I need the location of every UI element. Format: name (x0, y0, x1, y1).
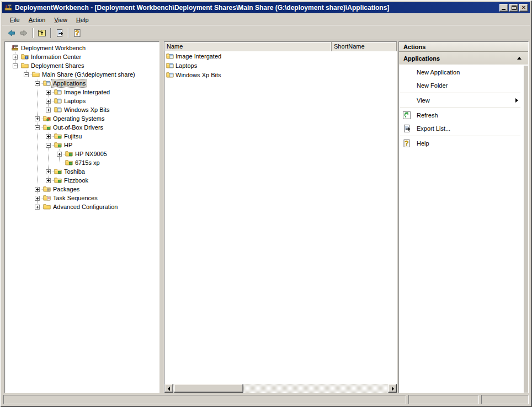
collapse-minus-icon[interactable] (35, 81, 40, 86)
collapse-up-icon[interactable] (517, 57, 522, 60)
tree-item-label[interactable]: Operating Systems (52, 115, 106, 122)
toolbar-up-one-level-button[interactable] (35, 27, 49, 39)
tree-item-fizzbook[interactable]: Fizzbook (5, 176, 159, 185)
tree-connector-line (37, 176, 38, 185)
tree-item-label[interactable]: Toshiba (63, 168, 86, 175)
tree-item-applications[interactable]: Applications (5, 79, 159, 88)
expand-plus-icon[interactable] (35, 187, 40, 192)
collapse-minus-icon[interactable] (24, 72, 29, 77)
tree-item-windows-xp-bits[interactable]: Windows Xp Bits (5, 105, 159, 114)
tree-item-fujitsu[interactable]: Fujitsu (5, 132, 159, 141)
tree-item-label[interactable]: Fujitsu (63, 132, 83, 140)
toolbar-back-button[interactable] (4, 27, 18, 39)
expand-plus-icon[interactable] (46, 90, 51, 95)
column-header-name[interactable]: Name (164, 42, 332, 51)
tree-item-hp-nx9005[interactable]: HP NX9005 (5, 149, 159, 158)
expand-plus-icon[interactable] (57, 152, 62, 157)
tree-item-packages[interactable]: Packages (5, 185, 159, 194)
list-item-laptops[interactable]: Laptops (164, 61, 397, 70)
tree-item-label[interactable]: Image Intergated (63, 88, 111, 96)
tree-item-label[interactable]: Applications (52, 79, 87, 87)
title-bar[interactable]: DeploymentWorkbench - [Deployment Workbe… (2, 2, 530, 13)
tree-item-label[interactable]: Task Sequences (52, 194, 99, 202)
scroll-left-button[interactable] (164, 384, 173, 393)
collapse-minus-icon[interactable] (35, 125, 40, 130)
list-item-windows-xp-bits[interactable]: Windows Xp Bits (164, 70, 397, 79)
action-refresh[interactable]: Refresh (399, 109, 524, 122)
result-list-pane: Name ShortName Image IntergatedLaptopsWi… (164, 41, 397, 393)
tree-item-label[interactable]: Laptops (63, 97, 87, 105)
action-help[interactable]: ?Help (399, 137, 524, 150)
close-button[interactable]: ✕ (519, 4, 528, 12)
actions-section-applications[interactable]: Applications (399, 52, 528, 65)
tree-item-label[interactable]: Deployment Workbench (20, 44, 87, 52)
expand-plus-icon[interactable] (46, 99, 51, 104)
tree-item-image-intergated[interactable]: Image Intergated (5, 88, 159, 97)
tree-item-operating-systems[interactable]: Operating Systems (5, 114, 159, 123)
menu-help[interactable]: Help (72, 15, 93, 24)
tree-item-6715s-xp[interactable]: 6715s xp (5, 158, 159, 167)
tree-item-deployment-workbench[interactable]: Deployment Workbench (5, 44, 159, 52)
tree-item-advanced-configuration[interactable]: Advanced Configuration (5, 202, 159, 211)
minimize-button[interactable] (499, 4, 508, 12)
actions-separator (400, 108, 520, 108)
maximize-button[interactable] (509, 4, 518, 12)
scroll-right-icon (392, 387, 394, 391)
expand-plus-icon[interactable] (46, 108, 51, 113)
export-icon (402, 124, 413, 133)
scrollbar-thumb[interactable] (174, 384, 243, 393)
close-icon: ✕ (520, 4, 528, 11)
scroll-right-button[interactable] (388, 384, 397, 393)
list-item-image-intergated[interactable]: Image Intergated (164, 51, 397, 61)
action-new-application[interactable]: New Application (399, 66, 524, 79)
tree-item-task-sequences[interactable]: Task Sequences (5, 194, 159, 202)
expand-plus-icon[interactable] (35, 116, 40, 121)
workbench-icon (10, 44, 19, 52)
tree-item-out-of-box-drivers[interactable]: Out-of-Box Drivers (5, 123, 159, 132)
tree-item-main-share-g-deployment-share[interactable]: Main Share (G:\deployment share) (5, 70, 159, 79)
folder-app-icon (166, 62, 174, 69)
action-export-list[interactable]: Export List... (399, 122, 524, 135)
forward-icon (20, 29, 29, 38)
tree-item-label[interactable]: HP (63, 141, 73, 149)
action-new-folder[interactable]: New Folder (399, 79, 524, 92)
tree-item-information-center[interactable]: Information Center (5, 52, 159, 61)
tree-item-label[interactable]: Information Center (30, 53, 82, 61)
tree-item-laptops[interactable]: Laptops (5, 97, 159, 105)
menu-file[interactable]: File (6, 15, 24, 24)
tree-connector-line (48, 149, 49, 158)
tree-item-label[interactable]: Out-of-Box Drivers (52, 124, 104, 131)
toolbar-help-button[interactable]: ? (71, 27, 84, 39)
collapse-minus-icon[interactable] (46, 143, 51, 148)
collapse-minus-icon[interactable] (13, 63, 18, 68)
column-header-shortname[interactable]: ShortName (332, 42, 397, 51)
toolbar-forward-button[interactable] (18, 27, 31, 39)
action-view[interactable]: View (399, 94, 524, 107)
tree-connector-line (37, 167, 38, 176)
expand-plus-icon[interactable] (35, 205, 40, 210)
list-body: Image IntergatedLaptopsWindows Xp Bits (164, 51, 397, 384)
tree-item-label[interactable]: Packages (52, 185, 81, 193)
tree-item-label[interactable]: 6715s xp (74, 159, 101, 167)
expand-plus-icon[interactable] (46, 178, 51, 183)
menu-action[interactable]: Action (24, 15, 50, 24)
expand-plus-icon[interactable] (35, 196, 40, 201)
tree-item-hp[interactable]: HP (5, 141, 159, 149)
horizontal-scrollbar[interactable] (164, 384, 397, 393)
tree-item-label[interactable]: Windows Xp Bits (63, 106, 111, 114)
list-item-name: Windows Xp Bits (175, 72, 221, 78)
export-list-icon (55, 29, 64, 38)
tree-item-label[interactable]: Deployment Shares (30, 62, 86, 69)
tree-item-toshiba[interactable]: Toshiba (5, 167, 159, 176)
menu-view[interactable]: View (50, 15, 72, 24)
tree-item-label[interactable]: Fizzbook (63, 176, 89, 184)
tree-connector-line (37, 88, 38, 97)
expand-plus-icon[interactable] (46, 169, 51, 174)
tree-item-deployment-shares[interactable]: Deployment Shares (5, 61, 159, 70)
tree-item-label[interactable]: Advanced Configuration (52, 203, 119, 211)
expand-plus-icon[interactable] (46, 134, 51, 139)
tree-item-label[interactable]: Main Share (G:\deployment share) (41, 71, 136, 78)
toolbar-export-list-button[interactable] (53, 27, 66, 39)
expand-plus-icon[interactable] (13, 55, 18, 60)
tree-item-label[interactable]: HP NX9005 (74, 150, 108, 158)
